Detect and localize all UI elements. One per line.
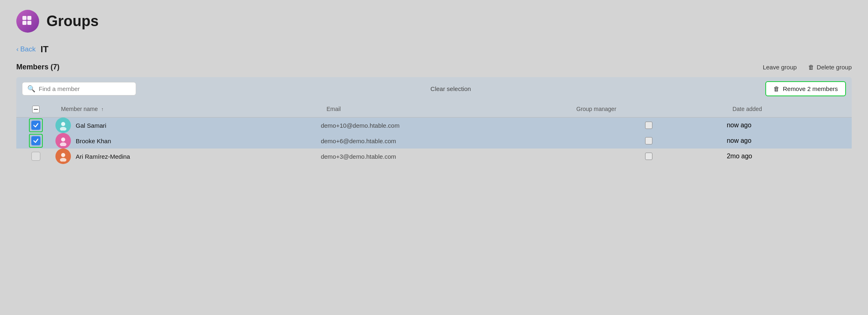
members-tbody: Gal Samari demo+10@demo.htable.com now a… — [16, 118, 852, 164]
th-group-manager: Group manager — [571, 100, 727, 118]
manager-checkbox[interactable] — [645, 137, 652, 144]
manager-checkbox[interactable] — [645, 122, 652, 129]
th-select-all[interactable] — [16, 100, 55, 118]
leave-group-button[interactable]: Leave group — [763, 64, 797, 71]
td-date-added: now ago — [727, 118, 852, 133]
indeterminate-checkbox[interactable] — [32, 106, 40, 113]
table-row: Gal Samari demo+10@demo.htable.com now a… — [16, 118, 852, 133]
app-header: Groups — [16, 10, 852, 33]
page-container: Groups ‹ Back IT Members (7) Leave group… — [0, 0, 868, 315]
member-name: Brooke Khan — [76, 138, 111, 144]
members-header-row: Members (7) Leave group 🗑 Delete group — [16, 63, 852, 71]
td-manager — [571, 133, 727, 149]
td-manager — [571, 118, 727, 133]
svg-rect-1 — [27, 16, 31, 20]
chevron-left-icon: ‹ — [16, 45, 19, 53]
app-title: Groups — [46, 13, 99, 30]
td-email: demo+10@demo.htable.com — [321, 118, 571, 133]
th-email: Email — [321, 100, 571, 118]
td-email: demo+3@demo.htable.com — [321, 149, 571, 164]
th-member-name[interactable]: Member name ↑ — [55, 100, 321, 118]
group-name: IT — [40, 44, 48, 55]
table-row: Brooke Khan demo+6@demo.htable.com now a… — [16, 133, 852, 149]
sort-icon: ↑ — [101, 106, 104, 112]
member-avatar — [55, 118, 71, 133]
th-date-added: Date added — [727, 100, 852, 118]
td-member-name: Ari Ramírez-Medina — [55, 149, 321, 164]
td-date-added: 2mo ago — [727, 149, 852, 164]
manager-checkbox[interactable] — [645, 153, 652, 160]
th-member-name-label: Member name — [61, 106, 98, 112]
table-header: Member name ↑ Email Group manager Date a… — [16, 100, 852, 118]
search-input[interactable] — [39, 85, 120, 92]
remove-members-button[interactable]: 🗑 Remove 2 members — [765, 81, 846, 96]
trash-icon: 🗑 — [808, 64, 814, 71]
member-avatar — [55, 133, 71, 149]
app-logo-icon — [16, 10, 39, 33]
search-container: 🔍 — [22, 82, 136, 95]
member-avatar — [55, 149, 71, 164]
td-select[interactable] — [16, 149, 55, 164]
breadcrumb: ‹ Back IT — [16, 44, 852, 55]
members-count-label: Members (7) — [16, 63, 59, 71]
svg-rect-0 — [22, 16, 26, 20]
table-row: Ari Ramírez-Medina demo+3@demo.htable.co… — [16, 149, 852, 164]
member-name: Ari Ramírez-Medina — [76, 153, 130, 160]
toolbar-row: 🔍 Clear selection 🗑 Remove 2 members — [16, 77, 852, 100]
svg-point-7 — [60, 142, 66, 146]
trash-icon-remove: 🗑 — [773, 85, 780, 92]
search-icon: 🔍 — [27, 85, 35, 93]
td-member-name: Gal Samari — [55, 118, 321, 133]
svg-point-4 — [61, 122, 65, 126]
td-select[interactable] — [16, 133, 55, 149]
td-manager — [571, 149, 727, 164]
remove-members-label: Remove 2 members — [783, 85, 838, 92]
svg-point-8 — [61, 153, 65, 157]
back-label: Back — [20, 45, 36, 53]
clear-selection-button[interactable]: Clear selection — [143, 85, 759, 92]
svg-point-5 — [60, 127, 66, 131]
td-select[interactable] — [16, 118, 55, 133]
td-email: demo+6@demo.htable.com — [321, 133, 571, 149]
back-button[interactable]: ‹ Back — [16, 45, 35, 53]
row-checkbox[interactable] — [31, 121, 40, 130]
row-checkbox[interactable] — [31, 136, 40, 145]
td-member-name: Brooke Khan — [55, 133, 321, 149]
row-checkbox[interactable] — [31, 152, 40, 161]
svg-point-6 — [61, 138, 65, 142]
svg-rect-2 — [22, 21, 26, 25]
group-actions: Leave group 🗑 Delete group — [763, 64, 852, 71]
td-date-added: now ago — [727, 133, 852, 149]
member-name: Gal Samari — [76, 122, 106, 129]
svg-point-9 — [60, 158, 66, 162]
svg-rect-3 — [27, 21, 31, 25]
members-table: Member name ↑ Email Group manager Date a… — [16, 100, 852, 164]
delete-group-label: Delete group — [817, 64, 852, 71]
delete-group-button[interactable]: 🗑 Delete group — [808, 64, 852, 71]
